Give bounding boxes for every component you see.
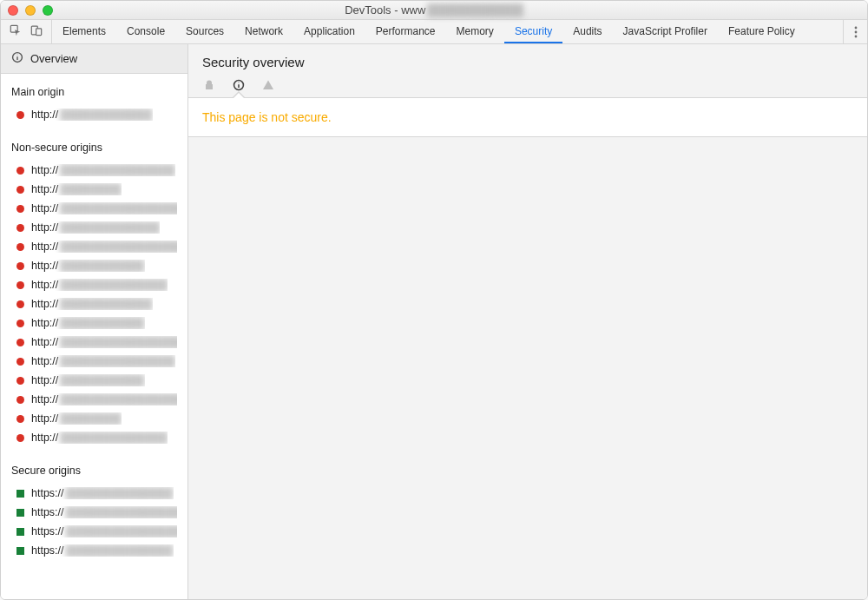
origin-list: http://███████████████http://████████htt… [1,159,187,452]
insecure-indicator-icon [16,243,24,251]
tab-console[interactable]: Console [116,20,175,43]
origin-host-redacted: ████████████████ [60,241,177,253]
svg-point-3 [854,26,857,29]
origin-item[interactable]: http://████████████ [1,105,187,124]
tab-performance[interactable]: Performance [365,20,446,43]
toolbar: ElementsConsoleSourcesNetworkApplication… [1,20,867,44]
origin-item[interactable]: http://█████████████ [1,218,187,237]
origin-scheme: http:// [31,164,58,176]
sidebar-overview-label: Overview [30,52,77,65]
insecure-indicator-icon [16,415,24,423]
sidebar-section-title: Non-secure origins [1,129,187,159]
origin-host-redacted: ██████████████ [60,279,168,291]
origin-item[interactable]: http://███████████ [1,371,187,390]
origin-host-redacted: ██████████████ [66,487,174,499]
svg-point-4 [854,30,857,33]
insecure-indicator-icon [16,377,24,385]
origin-host-redacted: ██████████████████ [60,393,177,405]
secure-indicator-icon [16,490,24,498]
minimize-window-button[interactable] [25,5,36,16]
close-window-button[interactable] [8,5,18,16]
tab-feature-policy[interactable]: Feature Policy [718,20,806,43]
lock-icon[interactable] [202,78,216,92]
security-message-panel: This page is not secure. [188,97,867,137]
window-title: DevTools - www████████████ [1,3,867,16]
origin-host-redacted: ██████████████████ [60,336,177,348]
secure-indicator-icon [16,509,24,517]
tab-network[interactable]: Network [234,20,293,43]
origin-item[interactable]: http://███████████████ [1,352,187,371]
insecure-indicator-icon [16,205,24,213]
origin-item[interactable]: http://███████████ [1,256,187,275]
security-sidebar: Overview Main originhttp://████████████N… [1,44,188,599]
origin-item[interactable]: http://███████████ [1,313,187,333]
origin-url: http://█████████████ [31,221,160,234]
origin-host-redacted: ███████████ [60,260,144,272]
insecure-indicator-icon [16,396,24,404]
origin-url: https://███████████████████ [31,525,177,537]
origin-url: http://████████████ [31,109,153,121]
origin-host-redacted: ███████████████ [60,164,175,176]
origin-host-redacted: ████████████ [60,298,152,310]
window-title-text: DevTools - www [345,3,425,16]
select-element-icon[interactable] [10,24,22,39]
tab-audits[interactable]: Audits [562,20,612,43]
traffic-lights [8,5,53,16]
origin-url: http://███████████ [31,374,145,386]
insecure-indicator-icon [16,167,24,175]
origin-url: http://███████████████ [31,164,175,176]
info-icon[interactable] [232,78,246,92]
origin-item[interactable]: https://██████████████ [1,484,187,503]
tab-memory[interactable]: Memory [446,20,504,43]
origin-item[interactable]: http://████████ [1,180,187,199]
tab-sources[interactable]: Sources [175,20,234,43]
origin-item[interactable]: http://██████████████████ [1,333,187,352]
tab-elements[interactable]: Elements [52,20,116,43]
origin-url: http://████████ [31,183,122,195]
origin-item[interactable]: http://██████████████ [1,428,187,447]
origin-item[interactable]: https://███████████████████ [1,522,187,541]
origin-url: https://████████████████ [31,506,177,518]
origin-scheme: http:// [31,317,58,329]
origin-scheme: http:// [31,374,58,386]
origin-item[interactable]: http://██████████████████ [1,390,187,409]
origin-item[interactable]: http://████████████████ [1,237,187,256]
origin-url: http://███████████ [31,260,145,272]
origin-item[interactable]: http://████████ [1,409,187,428]
warning-icon[interactable] [261,78,275,92]
origin-item[interactable]: http://████████████ [1,294,187,313]
origin-scheme: http:// [31,109,58,121]
origin-host-redacted: ██████████████ [66,544,174,557]
insecure-indicator-icon [16,281,24,289]
origin-host-redacted: ████████████████ [66,506,177,518]
origin-scheme: http:// [31,298,58,310]
insecure-indicator-icon [16,300,24,308]
zoom-window-button[interactable] [43,5,53,16]
insecure-indicator-icon [16,339,24,346]
origin-host-redacted: ███████████████ [60,355,175,367]
origin-scheme: http:// [31,183,58,195]
device-toolbar-icon[interactable] [30,24,43,39]
origin-item[interactable]: http://███████████████ [1,161,187,180]
security-message: This page is not secure. [202,110,853,124]
origin-url: https://██████████████ [31,544,174,557]
origin-url: http://██████████████ [31,432,168,444]
origin-host-redacted: ███████████████████ [66,525,177,537]
tab-javascript-profiler[interactable]: JavaScript Profiler [613,20,718,43]
tab-application[interactable]: Application [293,20,365,43]
origin-scheme: http:// [31,432,58,444]
sidebar-overview-row[interactable]: Overview [1,44,187,74]
origin-host-redacted: ████████████ [60,109,152,121]
origin-item[interactable]: http://██████████████ [1,275,187,294]
origin-item[interactable]: http://██████████████████ [1,199,187,218]
tab-security[interactable]: Security [504,20,562,43]
svg-point-5 [854,35,857,37]
origin-host-redacted: ████████ [60,183,122,195]
more-options-button[interactable] [843,20,867,43]
origin-item[interactable]: https://██████████████ [1,541,187,560]
origin-url: http://████████ [31,412,122,425]
origin-host-redacted: ███████████ [60,317,144,329]
origin-host-redacted: ████████ [60,412,122,425]
origin-item[interactable]: https://████████████████ [1,503,187,522]
origin-host-redacted: ██████████████████ [60,202,177,214]
